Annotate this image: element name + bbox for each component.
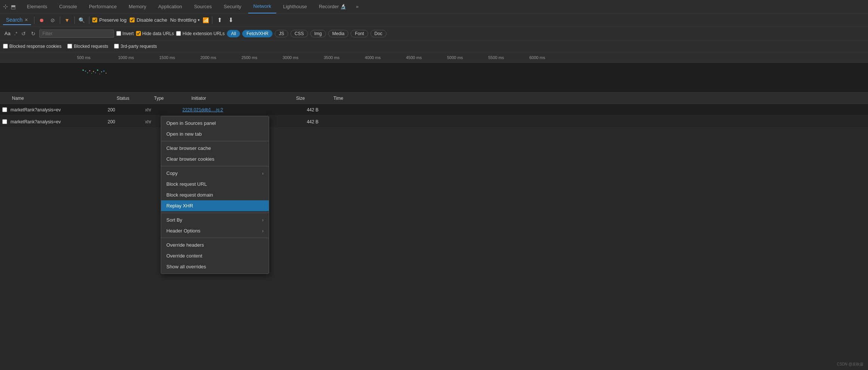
ruler-mark-1000: 1000 ms xyxy=(116,55,157,60)
invert-input[interactable] xyxy=(116,31,121,36)
blocked-requests-input[interactable] xyxy=(67,44,72,49)
wifi-icon: 📶 xyxy=(203,17,209,23)
tab-elements[interactable]: Elements xyxy=(22,0,52,13)
search-tab[interactable]: Search × xyxy=(3,15,31,25)
cursor-icon[interactable]: ⊹ xyxy=(3,3,8,10)
table-row[interactable]: marketRank?analysis=ev 200 xhr 2228.021d… xyxy=(0,104,868,116)
tab-console[interactable]: Console xyxy=(54,0,82,13)
tab-performance[interactable]: Performance xyxy=(84,0,122,13)
tab-memory[interactable]: Memory xyxy=(123,0,151,13)
row-checkbox-2[interactable] xyxy=(0,119,9,124)
clear-button[interactable]: ⊘ xyxy=(49,16,57,24)
tab-more[interactable]: » xyxy=(353,0,361,13)
ctx-override-content[interactable]: Override content xyxy=(161,250,269,261)
search-label: Search xyxy=(6,17,22,23)
row-check-input-1[interactable] xyxy=(2,107,7,112)
ctx-open-new-tab[interactable]: Open in new tab xyxy=(161,129,269,139)
filter-input[interactable] xyxy=(39,30,114,38)
hide-extension-input[interactable] xyxy=(176,31,181,36)
third-party-requests-checkbox[interactable]: 3rd-party requests xyxy=(114,44,157,49)
search-button[interactable]: 🔍 xyxy=(78,16,86,24)
regex-button[interactable]: .* xyxy=(14,31,18,36)
timeline-ruler: 500 ms 1000 ms 1500 ms 2000 ms 2500 ms 3… xyxy=(0,52,868,63)
blocked-response-cookies-checkbox[interactable]: Blocked response cookies xyxy=(3,44,61,49)
waterfall-dot: ● xyxy=(87,71,88,75)
record-button[interactable]: ⏺ xyxy=(37,16,46,24)
ctx-sep-1 xyxy=(161,141,269,141)
row-initiator-1: 2228.021ddb1....js:2 xyxy=(179,107,284,112)
type-filter-img[interactable]: Img xyxy=(310,30,326,37)
hide-extension-checkbox[interactable]: Hide extension URLs xyxy=(176,31,225,36)
row-checkbox-1[interactable] xyxy=(0,107,9,112)
ctx-sep-4 xyxy=(161,238,269,238)
invert-checkbox[interactable]: Invert xyxy=(116,31,134,36)
separator-4 xyxy=(89,16,89,24)
tab-security[interactable]: Security xyxy=(219,0,247,13)
type-filter-all[interactable]: All xyxy=(227,30,240,37)
type-filter-doc[interactable]: Doc xyxy=(370,30,387,37)
third-party-requests-input[interactable] xyxy=(114,44,119,49)
separator-5 xyxy=(212,16,212,24)
th-initiator[interactable]: Initiator xyxy=(188,96,293,101)
dock-icon[interactable]: ⬒ xyxy=(11,4,16,10)
ctx-copy[interactable]: Copy › xyxy=(161,168,269,179)
filter-button[interactable]: ▼ xyxy=(63,16,71,24)
ctx-block-domain[interactable]: Block request domain xyxy=(161,189,269,200)
ctx-open-sources[interactable]: Open in Sources panel xyxy=(161,118,269,129)
ctx-show-overrides[interactable]: Show all overrides xyxy=(161,261,269,272)
preserve-log-input[interactable] xyxy=(92,18,97,22)
ctx-sort-by[interactable]: Sort By › xyxy=(161,215,269,225)
type-filter-font[interactable]: Font xyxy=(351,30,368,37)
row-name-1: marketRank?analysis=ev xyxy=(9,107,105,112)
row-check-input-2[interactable] xyxy=(2,119,7,124)
ctx-block-url[interactable]: Block request URL xyxy=(161,179,269,189)
tab-lighthouse[interactable]: Lighthouse xyxy=(278,0,312,13)
ctx-clear-cache[interactable]: Clear browser cache xyxy=(161,143,269,154)
ctx-clear-cookies[interactable]: Clear browser cookies xyxy=(161,154,269,164)
hide-data-urls-input[interactable] xyxy=(136,31,141,36)
type-filter-fetch-xhr[interactable]: Fetch/XHR xyxy=(242,30,273,37)
preserve-log-checkbox[interactable]: Preserve log xyxy=(92,17,127,23)
blocked-row: Blocked response cookies Blocked request… xyxy=(0,40,868,52)
th-time[interactable]: Time xyxy=(330,96,368,101)
ruler-marks: 500 ms 1000 ms 1500 ms 2000 ms 2500 ms 3… xyxy=(75,55,568,60)
aa-button[interactable]: Aa xyxy=(3,30,12,37)
clear-filter-button[interactable]: ↻ xyxy=(30,30,37,37)
tab-sources[interactable]: Sources xyxy=(189,0,217,13)
type-filter-js[interactable]: JS xyxy=(275,30,288,37)
waterfall-dot: ● xyxy=(85,70,86,75)
th-size[interactable]: Size xyxy=(293,96,330,101)
ruler-mark-2000: 2000 ms xyxy=(198,55,239,60)
download-button[interactable]: ⬇ xyxy=(227,16,235,24)
ctx-sort-arrow: › xyxy=(262,218,264,223)
th-type[interactable]: Type xyxy=(151,96,188,101)
tab-application[interactable]: Application xyxy=(153,0,187,13)
disable-cache-input[interactable] xyxy=(130,18,135,22)
ruler-mark-500: 500 ms xyxy=(75,55,116,60)
tab-bar: ⊹ ⬒ Elements Console Performance Memory … xyxy=(0,0,868,13)
disable-cache-checkbox[interactable]: Disable cache xyxy=(130,17,167,23)
ctx-sep-2 xyxy=(161,166,269,166)
throttle-selector[interactable]: No throttling ▾ xyxy=(170,17,200,23)
upload-button[interactable]: ⬆ xyxy=(215,16,224,24)
th-name[interactable]: Name xyxy=(9,96,114,101)
blocked-response-cookies-input[interactable] xyxy=(3,44,8,49)
ruler-mark-2500: 2500 ms xyxy=(239,55,280,60)
refresh-filter-button[interactable]: ↺ xyxy=(20,30,27,37)
table-row[interactable]: marketRank?analysis=ev 200 xhr Other 442… xyxy=(0,116,868,128)
th-status[interactable]: Status xyxy=(114,96,151,101)
hide-data-urls-checkbox[interactable]: Hide data URLs xyxy=(136,31,174,36)
type-filter-css[interactable]: CSS xyxy=(290,30,308,37)
ruler-mark-5500: 5500 ms xyxy=(486,55,527,60)
blocked-requests-checkbox[interactable]: Blocked requests xyxy=(67,44,108,49)
ctx-header-options[interactable]: Header Options › xyxy=(161,225,269,236)
type-filter-media[interactable]: Media xyxy=(328,30,349,37)
close-icon[interactable]: × xyxy=(25,17,28,23)
ruler-mark-6000: 6000 ms xyxy=(527,55,568,60)
tab-network[interactable]: Network xyxy=(248,0,277,13)
context-menu: Open in Sources panel Open in new tab Cl… xyxy=(161,116,269,274)
ctx-override-headers[interactable]: Override headers xyxy=(161,240,269,250)
waterfall-dot: ● xyxy=(82,68,84,75)
tab-recorder[interactable]: Recorder 🔬 xyxy=(314,0,351,13)
ctx-replay-xhr[interactable]: Replay XHR xyxy=(161,200,269,211)
